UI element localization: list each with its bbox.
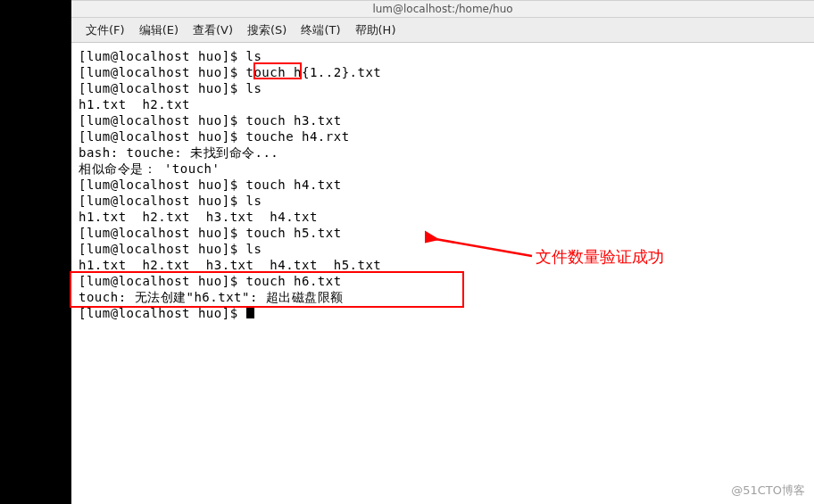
menu-help[interactable]: 帮助(H)	[348, 22, 403, 38]
terminal-line: [lum@localhost huo]$ ls	[79, 193, 814, 209]
menu-file[interactable]: 文件(F)	[79, 22, 132, 38]
terminal-line: [lum@localhost huo]$ ls	[79, 80, 814, 96]
terminal-line: [lum@localhost huo]$ touch h4.txt	[79, 177, 814, 193]
terminal-line: [lum@localhost huo]$ touch h6.txt	[79, 273, 814, 289]
menu-search[interactable]: 搜索(S)	[240, 22, 294, 38]
terminal-line: 相似命令是： 'touch'	[79, 161, 814, 177]
menu-view[interactable]: 查看(V)	[186, 22, 240, 38]
menubar: 文件(F) 编辑(E) 查看(V) 搜索(S) 终端(T) 帮助(H)	[71, 18, 814, 43]
terminal-line: bash: touche: 未找到命令...	[79, 145, 814, 161]
menu-terminal[interactable]: 终端(T)	[294, 22, 347, 38]
terminal-line: [lum@localhost huo]$ touch h5.txt	[79, 225, 814, 241]
annotation-success-text: 文件数量验证成功	[536, 246, 664, 268]
terminal-line: h1.txt h2.txt h3.txt h4.txt h5.txt	[79, 257, 814, 273]
prompt: [lum@localhost huo]$	[79, 306, 246, 320]
app-root: lum@localhost:/home/huo 文件(F) 编辑(E) 查看(V…	[0, 0, 814, 504]
window-title: lum@localhost:/home/huo	[372, 3, 512, 15]
terminal-line: [lum@localhost huo]$ ls	[79, 241, 814, 257]
terminal-cursor	[246, 306, 254, 318]
terminal-line: [lum@localhost huo]$ ls	[79, 48, 814, 64]
terminal-line: h1.txt h2.txt	[79, 96, 814, 112]
terminal-window: lum@localhost:/home/huo 文件(F) 编辑(E) 查看(V…	[71, 0, 814, 504]
terminal-line: [lum@localhost huo]$	[79, 305, 814, 321]
terminal-line: [lum@localhost huo]$ touch h3.txt	[79, 112, 814, 128]
terminal-line: h1.txt h2.txt h3.txt h4.txt	[79, 209, 814, 225]
left-black-sidebar	[0, 0, 71, 504]
terminal-body[interactable]: [lum@localhost huo]$ ls [lum@localhost h…	[71, 43, 814, 504]
terminal-line: touch: 无法创建"h6.txt": 超出磁盘限额	[79, 289, 814, 305]
window-titlebar: lum@localhost:/home/huo	[71, 0, 814, 18]
watermark: @51CTO博客	[731, 483, 805, 499]
menu-edit[interactable]: 编辑(E)	[132, 22, 186, 38]
terminal-line: [lum@localhost huo]$ touch h{1..2}.txt	[79, 64, 814, 80]
terminal-line: [lum@localhost huo]$ touche h4.rxt	[79, 128, 814, 145]
